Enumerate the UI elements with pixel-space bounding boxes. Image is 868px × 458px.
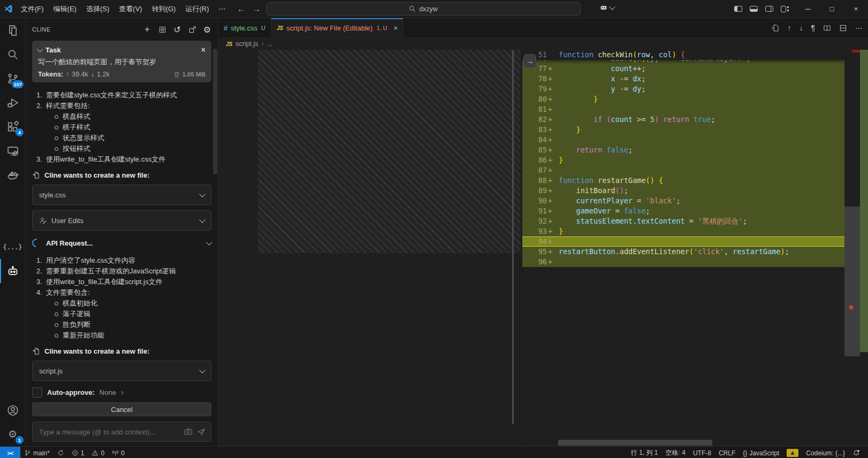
previous-change-icon[interactable]: ↑ [787,24,791,32]
menu-item[interactable]: 转到(G) [147,0,181,18]
docker-icon[interactable] [0,163,25,187]
send-icon[interactable] [197,428,205,436]
file-dropdown-script-js[interactable]: script.js [32,361,211,381]
close-task-icon[interactable]: × [201,45,205,54]
copilot-button[interactable] [599,3,614,12]
diff-swap-arrow-button[interactable]: → [523,54,536,68]
history-icon[interactable]: ↺ [173,25,181,34]
close-button[interactable]: × [844,0,868,18]
remote-indicator[interactable]: >< [0,447,20,458]
split-editor-icon[interactable] [839,24,847,32]
inline-view-icon[interactable] [823,24,831,32]
git-branch[interactable]: main* [20,447,54,458]
branch-icon [24,449,31,456]
vertical-scrollbar[interactable] [844,207,860,356]
search-icon[interactable] [0,42,25,66]
braces-icon: {...} [3,243,22,251]
message-input[interactable] [38,428,180,437]
language-mode[interactable]: {}JavaScript [739,447,783,458]
user-edits-dropdown[interactable]: User Edits [32,210,211,231]
files-icon[interactable] [0,18,25,42]
title-bar: 文件(F)编辑(E)选择(S)查看(V)转到(G)运行(R)⋯ ← → dxzy… [0,0,868,18]
auto-approve-checkbox[interactable] [32,387,42,398]
encoding[interactable]: UTF-8 [689,447,715,458]
tab-style.css[interactable]: #style.cssU [218,18,271,37]
trash-icon[interactable] [173,71,180,78]
ports-count[interactable]: 0 [108,447,128,458]
extensions-icon[interactable]: 4 [0,114,25,139]
more-actions-icon[interactable]: ⋯ [855,24,863,32]
chevron-down-icon [206,239,212,245]
gold-extension-icon[interactable] [783,447,802,458]
api-request-header[interactable]: API Request... [32,238,211,248]
toggle-primary-sidebar-icon[interactable] [734,6,742,12]
notifications-bell[interactable] [849,447,864,458]
toggle-panel-icon[interactable] [750,6,758,12]
mcp-servers-icon[interactable] [158,25,166,34]
chevron-down-icon [199,367,205,373]
code-text: if (count >= 5) return true; [555,114,715,125]
maximize-button[interactable]: □ [820,0,844,18]
search-box[interactable]: dxzyw [266,2,581,16]
tab-script.js[interactable]: JSscript.js: New File (Editable)1, U× [271,18,403,37]
menu-item[interactable]: 选择(S) [81,0,114,18]
menu-item[interactable]: 查看(V) [114,0,147,18]
open-in-editor-icon[interactable] [188,25,196,34]
code-line: 92+ statusElement.textContent = '黑棋的回合'; [522,216,844,226]
sync-button[interactable] [54,447,68,458]
diff-added-marker: + [547,206,555,216]
sticky-scroll-line[interactable]: 51function checkWin(row, col) { [522,50,844,60]
indentation[interactable]: 空格: 4 [662,447,689,458]
menu-item[interactable]: ⋯ [214,0,230,18]
cancel-button[interactable]: Cancel [32,402,211,416]
next-change-icon[interactable]: ↓ [799,24,803,32]
diff-original-pane[interactable] [218,50,522,446]
braces-icon[interactable]: {...} [0,235,25,259]
warnings-count[interactable]: 0 [88,447,108,458]
errors-count[interactable]: 1 [68,447,88,458]
cursor-position[interactable]: 行 1, 列 1 [627,447,662,458]
leaves-icon[interactable] [0,211,25,235]
eol[interactable]: CRLF [715,447,739,458]
camera-icon[interactable] [184,428,193,436]
diff-filler-hatch [258,50,521,253]
code-text: gameOver = false; [555,206,650,216]
close-icon[interactable]: × [394,24,398,32]
sidebar-scrollbar[interactable] [213,49,217,174]
chevron-down-icon[interactable] [37,46,43,52]
forward-button[interactable]: → [253,4,261,13]
diff-added-marker: + [547,236,555,247]
toggle-secondary-sidebar-icon[interactable] [765,6,773,12]
window-controls: ─□× [796,0,868,18]
codeium-status[interactable]: Codeium: {...} [802,447,849,458]
code-text [555,257,559,267]
new-task-icon[interactable]: + [143,25,151,34]
file-dropdown-style-css[interactable]: style.css [32,185,211,205]
source-control-icon[interactable]: 107 [0,66,25,90]
remote-explorer-icon[interactable] [0,139,25,163]
back-button[interactable]: ← [237,4,245,13]
settings-gear-icon[interactable]: ⚙1 [0,422,25,446]
menu-item[interactable]: 编辑(E) [49,0,81,18]
code-line: 96+ [522,257,844,267]
menu-item[interactable]: 运行(R) [180,0,214,18]
chevron-right-icon[interactable]: › [121,388,124,396]
horizontal-scrollbar[interactable] [558,440,712,446]
status-text: 0 [101,449,104,457]
windsurf-icon[interactable] [0,187,25,211]
customize-layout-icon[interactable] [781,6,789,12]
run-debug-icon[interactable] [0,90,25,114]
settings-gear-icon[interactable]: ⚙ [203,25,211,34]
whitespace-icon[interactable]: ¶ [811,24,815,32]
code-area[interactable]: 76+ board[x][y] === currentPlayer) {77+ … [522,54,844,267]
diff-pane-scrollbar[interactable] [512,50,514,424]
breadcrumb[interactable]: JS script.js › ... [218,38,868,50]
minimize-button[interactable]: ─ [796,0,820,18]
cline-robot-icon[interactable] [0,259,25,283]
diff-modified-pane[interactable]: 76+ board[x][y] === currentPlayer) {77+ … [522,50,868,446]
tab-label: script.js: New File (Editable) [286,24,372,32]
account-icon[interactable] [0,398,25,422]
tokens-label: Tokens: [38,71,63,78]
open-changes-icon[interactable] [771,24,779,32]
menu-item[interactable]: 文件(F) [16,0,49,18]
